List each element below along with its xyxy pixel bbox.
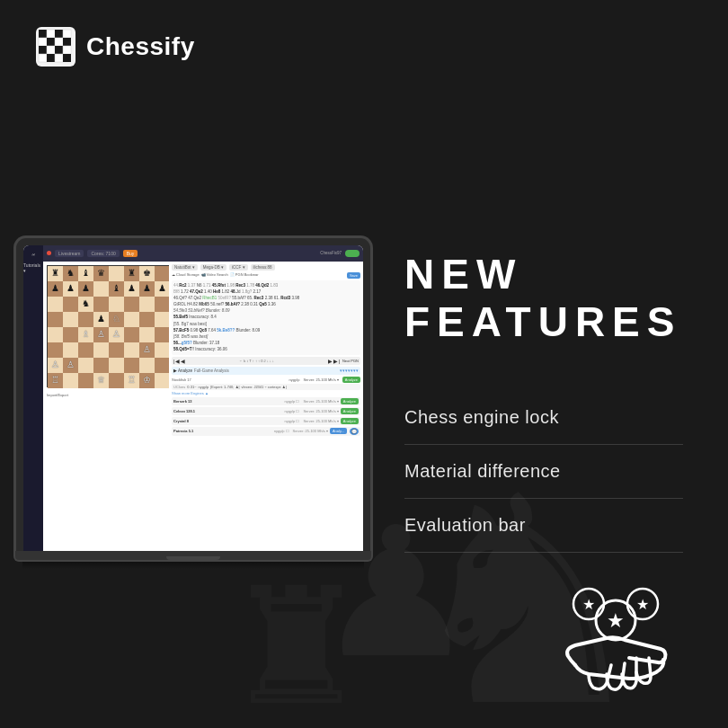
- user-label: ChessFix97: [320, 251, 342, 255]
- sidebar-tutorials[interactable]: Tutorials ▾: [23, 261, 43, 275]
- cell-7-2[interactable]: [78, 373, 93, 388]
- cell-4-4[interactable]: ♙: [109, 327, 124, 342]
- feature-chess-engine-lock[interactable]: Chess engine lock: [404, 391, 683, 445]
- cell-1-4[interactable]: ♝: [109, 281, 124, 297]
- cell-3-1[interactable]: [63, 312, 78, 327]
- cell-0-6[interactable]: ♚: [139, 266, 155, 281]
- analyze-btn-patricia[interactable]: Analy...: [330, 428, 347, 434]
- natutibot-btn[interactable]: NatutiBot ▾: [172, 264, 198, 271]
- analyze-btn-berserk[interactable]: Analyze: [341, 398, 359, 404]
- svg-rect-2: [47, 30, 55, 38]
- cell-0-0[interactable]: ♜: [48, 266, 63, 281]
- nav-start[interactable]: |◀: [173, 358, 180, 364]
- cell-5-4[interactable]: [109, 342, 124, 358]
- nav-next[interactable]: ▶: [328, 358, 333, 364]
- cell-1-5[interactable]: ♟: [124, 281, 139, 297]
- iccf-btn[interactable]: iCCF ▾: [229, 264, 248, 271]
- buy-btn[interactable]: Buy: [123, 250, 138, 257]
- cell-3-6[interactable]: [139, 312, 155, 327]
- cell-1-7[interactable]: ♟: [155, 281, 170, 297]
- cell-4-2[interactable]: ♗: [78, 327, 93, 342]
- nav-prev[interactable]: ◀: [181, 358, 185, 364]
- svg-rect-7: [55, 38, 63, 46]
- cell-0-3[interactable]: ♛: [93, 266, 109, 281]
- analyze-btn-celezo[interactable]: Analyze: [341, 408, 359, 414]
- cell-0-2[interactable]: ♝: [78, 266, 93, 281]
- cell-6-4[interactable]: [109, 358, 124, 373]
- chessboard-area: ♜♞♝♛♜♚♟♟♟♝♟♟♟♞♟♘♗♙♙♙♙♙♖♕♖♔ Import/Export: [43, 262, 169, 551]
- cell-4-3[interactable]: ♙: [93, 327, 109, 342]
- cell-6-7[interactable]: [155, 358, 170, 373]
- cell-7-1[interactable]: [63, 373, 78, 388]
- cell-4-5[interactable]: [124, 327, 139, 342]
- cell-5-3[interactable]: [93, 342, 109, 358]
- nav-end[interactable]: ▶|: [333, 358, 340, 364]
- cell-2-6[interactable]: [139, 297, 155, 312]
- cell-7-4[interactable]: [109, 373, 124, 388]
- cell-5-2[interactable]: [78, 342, 93, 358]
- svg-rect-13: [39, 54, 47, 62]
- save-btn[interactable]: Save: [347, 272, 360, 279]
- cell-1-1[interactable]: ♟: [63, 281, 78, 297]
- cell-4-0[interactable]: [48, 327, 63, 342]
- feature-evaluation-bar[interactable]: Evaluation bar: [404, 499, 683, 553]
- toggle-switch[interactable]: [345, 250, 360, 257]
- analyze-btn-1[interactable]: Analyze: [342, 377, 360, 383]
- chess-topbar: Livestream Cores: 7100 Buy ChessFix97: [43, 245, 363, 262]
- moves-list: 44.Rc2 1.37 N6 1.71 45.Rfst 1.98 Rec3 1.…: [172, 280, 360, 355]
- cell-4-7[interactable]: [155, 327, 170, 342]
- nav-pgn[interactable]: Next PGN: [342, 359, 359, 363]
- show-engines-toggle[interactable]: Show more Engines ▲: [172, 391, 360, 395]
- cell-3-5[interactable]: [124, 312, 139, 327]
- cell-5-6[interactable]: ♙: [139, 342, 155, 358]
- cell-6-5[interactable]: [124, 358, 139, 373]
- analyze-btn-crystal[interactable]: Analyze: [341, 418, 359, 424]
- sidebar-label: k: [31, 253, 36, 256]
- cell-7-5[interactable]: ♖: [124, 373, 139, 388]
- svg-rect-15: [55, 54, 63, 62]
- cell-0-7[interactable]: [155, 266, 170, 281]
- ilichess-btn[interactable]: ilichess:88: [251, 264, 275, 271]
- cell-1-2[interactable]: ♟: [78, 281, 93, 297]
- cell-1-6[interactable]: ♟: [139, 281, 155, 297]
- cell-2-1[interactable]: [63, 297, 78, 312]
- chessify-logo-icon: [36, 27, 75, 67]
- cell-5-5[interactable]: [124, 342, 139, 358]
- cell-1-0[interactable]: ♟: [48, 281, 63, 297]
- cell-6-6[interactable]: [139, 358, 155, 373]
- cell-2-3[interactable]: [93, 297, 109, 312]
- cell-3-7[interactable]: [155, 312, 170, 327]
- cell-5-1[interactable]: [63, 342, 78, 358]
- cell-5-7[interactable]: [155, 342, 170, 358]
- cell-2-5[interactable]: [124, 297, 139, 312]
- cell-6-1[interactable]: ♙: [63, 358, 78, 373]
- cell-7-3[interactable]: ♕: [93, 373, 109, 388]
- cell-5-0[interactable]: [48, 342, 63, 358]
- cell-6-0[interactable]: ♙: [48, 358, 63, 373]
- cell-0-4[interactable]: [109, 266, 124, 281]
- cell-6-2[interactable]: [78, 358, 93, 373]
- cell-6-3[interactable]: [93, 358, 109, 373]
- cell-2-2[interactable]: ♞: [78, 297, 93, 312]
- cell-7-6[interactable]: ♔: [139, 373, 155, 388]
- cell-3-3[interactable]: ♟: [93, 312, 109, 327]
- cell-2-7[interactable]: [155, 297, 170, 312]
- chess-content: ♜♞♝♛♜♚♟♟♟♝♟♟♟♞♟♘♗♙♙♙♙♙♖♕♖♔ Import/Export: [43, 262, 363, 551]
- main-container: Chessify k Tutorials ▾: [0, 0, 728, 728]
- feature-material-difference[interactable]: Material difference: [404, 445, 683, 499]
- svg-rect-3: [55, 30, 63, 38]
- cell-4-1[interactable]: [63, 327, 78, 342]
- cell-2-0[interactable]: [48, 297, 63, 312]
- cell-2-4[interactable]: [109, 297, 124, 312]
- cell-3-2[interactable]: [78, 312, 93, 327]
- cell-0-5[interactable]: ♜: [124, 266, 139, 281]
- cell-4-6[interactable]: [139, 327, 155, 342]
- cell-7-0[interactable]: ♖: [48, 373, 63, 388]
- cell-3-0[interactable]: [48, 312, 63, 327]
- cell-1-3[interactable]: [93, 281, 109, 297]
- cell-3-4[interactable]: ♘: [109, 312, 124, 327]
- laptop-wrapper: k Tutorials ▾ Livestream Cores: 7100: [13, 235, 373, 569]
- megadb-btn[interactable]: Mega-DB ▾: [200, 264, 226, 271]
- cell-7-7[interactable]: [155, 373, 170, 388]
- cell-0-1[interactable]: ♞: [63, 266, 78, 281]
